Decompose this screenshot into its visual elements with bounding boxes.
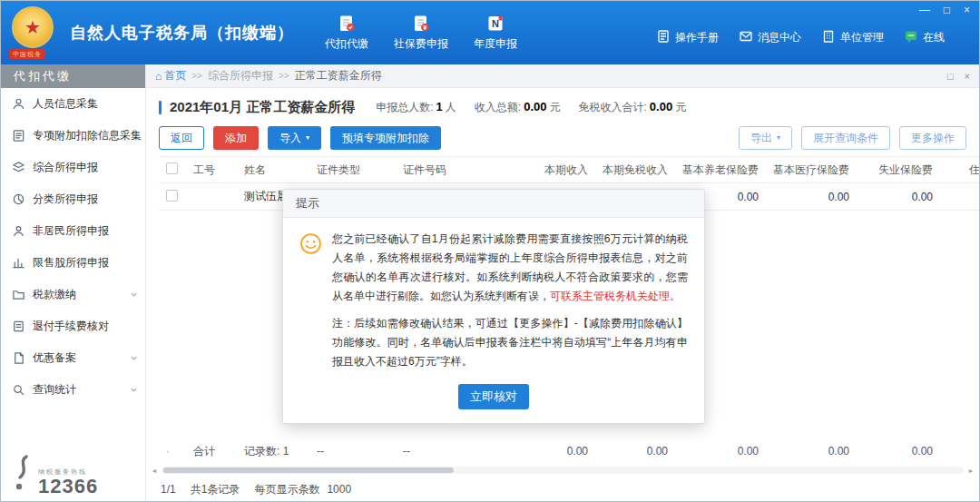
breadcrumb-separator: >> [191, 71, 202, 81]
scroll-left-icon[interactable]: ◄ [150, 468, 159, 474]
export-button[interactable]: 导出▾ [739, 126, 792, 150]
column-header: 姓名 [237, 162, 309, 178]
unit-icon [821, 29, 836, 46]
more-actions-button[interactable]: 更多操作 [899, 126, 966, 150]
topright-item-label: 在线 [923, 30, 945, 45]
withhold-doc-icon [336, 14, 358, 34]
scrollbar-track[interactable] [162, 467, 964, 474]
minimize-button[interactable]: — [919, 5, 930, 15]
sidebar-item-label: 综合所得申报 [33, 160, 98, 175]
sidebar-item-8[interactable]: 退付手续费核对 [1, 310, 145, 342]
table-totals-row: ·合计记录数: 1----0.000.000.000.000.000.00 [159, 438, 979, 465]
prefill-deduction-button[interactable]: 预填专项附加扣除 [330, 126, 441, 150]
topnav-item-withholding[interactable]: 代扣代缴 [325, 14, 368, 52]
app-window: ★ 中国税务 自然人电子税务局（扣缴端） 代扣代缴¥社保费申报N年度申报 操作手… [0, 0, 980, 502]
topbar: ★ 中国税务 自然人电子税务局（扣缴端） 代扣代缴¥社保费申报N年度申报 操作手… [1, 1, 979, 64]
topnav-item-social-insurance[interactable]: ¥社保费申报 [394, 14, 448, 52]
breadcrumb-item[interactable]: 正常工资薪金所得 [295, 68, 382, 84]
column-header: 基本医疗保险费 [766, 162, 857, 178]
sidebar-item-10[interactable]: 查询统计 [1, 374, 145, 406]
message-icon [739, 29, 753, 46]
maximize-button[interactable]: □ [944, 5, 950, 15]
verify-now-button[interactable]: 立即核对 [458, 384, 529, 409]
hotline-figure-icon [12, 454, 35, 497]
column-header: 本期免税收入 [595, 162, 675, 178]
totals-cell: 0.00 [532, 445, 595, 458]
scroll-right-icon[interactable]: ► [966, 468, 975, 474]
topnav-item-annual[interactable]: N年度申报 [474, 14, 517, 52]
per-page-label: 每页显示条数 [254, 482, 319, 497]
chevron-down-icon [130, 386, 138, 394]
svg-text:N: N [492, 18, 499, 29]
sidebar-item-6[interactable]: 限售股所得申报 [1, 247, 145, 279]
sidebar-item-9[interactable]: 优惠备案 [1, 342, 145, 374]
column-header: 证件类型 [309, 162, 396, 178]
sidebar-item-4[interactable]: 分类所得申报 [1, 183, 145, 215]
social-doc-icon: ¥ [410, 14, 432, 34]
topright-item-online[interactable]: 在线 [904, 29, 945, 46]
tab-restore-icon[interactable]: □ [947, 71, 954, 82]
header-stats: 申报总人数:1人收入总额:0.00元免税收入合计:0.00元 [376, 100, 686, 115]
stat-value: 0.00 [524, 100, 546, 113]
column-header: 基本养老保险费 [675, 162, 766, 178]
select-all-checkbox[interactable] [166, 162, 178, 174]
topright-item-unit-management[interactable]: 单位管理 [821, 29, 884, 46]
stat-unit: 元 [549, 101, 560, 113]
back-button[interactable]: 返回 [159, 126, 204, 150]
page-header: 2021年01月 正常工资薪金所得 申报总人数:1人收入总额:0.00元免税收入… [146, 88, 979, 118]
column-header: 住房公积金 [940, 162, 979, 178]
add-button[interactable]: 添加 [213, 126, 259, 150]
totals-dot-icon: · [166, 445, 170, 458]
sidebar-item-5[interactable]: 非居民所得申报 [1, 215, 145, 247]
expand-query-button[interactable]: 展开查询条件 [801, 126, 890, 150]
breadcrumb-separator: >> [279, 71, 289, 81]
receipt-icon [12, 320, 25, 333]
confirm-dialog: 提示 您之前已经确认了自1月份起累计减除费用需要直接按照6万元计算的纳税人名单，… [282, 189, 705, 424]
row-checkbox[interactable] [166, 190, 178, 202]
sidebar-item-2[interactable]: 专项附加扣除信息采集 [1, 120, 145, 152]
totals-cell: 0.00 [766, 445, 857, 458]
sidebar-item-label: 分类所得申报 [33, 192, 98, 207]
sidebar-item-1[interactable]: 人员信息采集 [1, 88, 145, 120]
column-header: 工号 [186, 162, 237, 178]
topright-item-label: 操作手册 [675, 30, 719, 45]
window-controls: — □ × [919, 5, 970, 15]
sidebar-item-7[interactable]: 税款缴纳 [1, 279, 145, 310]
close-button[interactable]: × [964, 5, 970, 15]
sidebar-item-label: 退付手续费核对 [33, 319, 109, 334]
pie-icon [12, 192, 25, 206]
dialog-highlight-text: 可联系主管税务机关处理。 [550, 290, 681, 302]
tab-close-icon[interactable]: × [965, 71, 970, 82]
toolbar: 返回 添加 导入▾ 预填专项附加扣除 导出▾ 展开查询条件 更多操作 [146, 118, 979, 156]
topright-item-label: 单位管理 [840, 30, 884, 45]
page-title: 2021年01月 正常工资薪金所得 [170, 99, 355, 116]
breadcrumb-item[interactable]: 综合所得申报 [208, 68, 273, 84]
tax-bureau-logo: ★ 中国税务 [12, 6, 61, 59]
stat-unit: 人 [446, 101, 456, 113]
topright-item-manual[interactable]: 操作手册 [656, 29, 719, 46]
form-icon [12, 129, 25, 143]
totals-cell: 0.00 [940, 445, 979, 458]
chevron-down-icon [130, 354, 138, 362]
app-title: 自然人电子税务局（扣缴端） [70, 22, 294, 44]
topright-item-label: 消息中心 [758, 30, 801, 45]
folder-icon [12, 288, 25, 301]
per-page-select[interactable]: 1000 [327, 483, 351, 496]
totals-cell: -- [396, 445, 532, 458]
sidebar-item-label: 非居民所得申报 [33, 223, 109, 239]
table-cell: 0.00 [940, 191, 979, 203]
sidebar-item-label: 人员信息采集 [33, 96, 98, 112]
stat-label: 申报总人数: [376, 101, 433, 113]
user-icon [12, 224, 25, 238]
column-header: 本期收入 [532, 162, 595, 178]
scrollbar-thumb[interactable] [163, 468, 454, 473]
topright-item-message-center[interactable]: 消息中心 [739, 29, 801, 46]
total-records: 共1条记录 [191, 482, 240, 497]
dialog-note-paragraph: 注：后续如需修改确认结果，可通过【更多操作】-【减除费用扣除确认】功能修改。同时… [332, 314, 688, 371]
breadcrumb-home[interactable]: ⌂ 首页 [155, 68, 186, 84]
top-navigation: 代扣代缴¥社保费申报N年度申报 [325, 14, 517, 52]
stat-value: 0.00 [650, 100, 672, 113]
sidebar-item-3[interactable]: 综合所得申报 [1, 152, 145, 183]
dialog-message: 您之前已经确认了自1月份起累计减除费用需要直接按照6万元计算的纳税人名单，系统将… [332, 230, 688, 371]
import-button[interactable]: 导入▾ [268, 126, 321, 150]
